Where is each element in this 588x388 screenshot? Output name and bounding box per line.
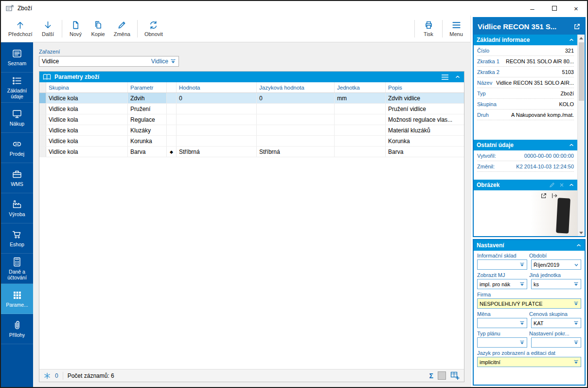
sum-icon[interactable]: Σ [429,372,433,380]
sidebar-item-nakup[interactable]: Nákup [1,103,33,133]
zarazeni-combobox[interactable]: Vidlice Vidlice [39,56,179,67]
close-button[interactable]: × [565,1,587,16]
field-row[interactable]: NázevVidlice RECON 351 SOLO AIR... [477,77,574,88]
table-row[interactable]: Vidlice kola Barva ◆ Stříbrná Stříbrná B… [39,147,464,157]
collapse-icon[interactable] [569,182,574,188]
column-header-hodnota[interactable]: Hodnota [177,82,257,92]
cell-jazykova [257,114,335,125]
refresh-button[interactable]: Obnovit [140,17,167,41]
toolbar: Předchozí Další Nový Kopie Změna [1,16,470,42]
new-document-icon [71,20,80,30]
detail-scrollbar[interactable] [577,35,585,236]
open-image-icon[interactable] [540,192,547,199]
table-row[interactable]: Vidlice kola Pružení Pružení vidlice [39,104,464,114]
nastaveni-pokr-combobox[interactable] [531,337,581,348]
scroll-thumb[interactable] [579,42,584,101]
previous-button[interactable]: Předchozí [4,17,37,41]
refresh-label: Obnovit [144,31,163,37]
image-preview[interactable] [474,190,577,236]
nastaveni-pokr-label: Nastavení pokr... [529,331,581,336]
section-spacer [474,172,577,180]
minimize-button[interactable]: – [521,1,543,16]
typ-planu-combobox[interactable] [477,337,527,348]
remove-image-icon[interactable] [559,182,565,188]
jazyk-combobox[interactable]: implicitní [477,357,581,367]
collapse-icon[interactable] [576,242,582,248]
fork-photo-shape [556,198,570,233]
open-record-icon[interactable] [573,23,581,30]
cenova-skupina-combobox[interactable]: KAT [531,318,581,328]
field-row[interactable]: Vytvořil:0000-00-00 00:00:00 [477,150,574,161]
table-row[interactable]: Vidlice kola Kluzáky Materiál kluzáků [39,125,464,136]
collapse-icon[interactable] [569,37,574,43]
sidebar-item-eshop[interactable]: Eshop [1,223,33,254]
field-row[interactable]: Změnil:K2 2014-10-03 12:24:50 [477,161,574,172]
column-header-skupina[interactable]: Skupina [46,82,128,92]
edit-image-icon[interactable] [549,182,555,188]
field-value: A Nakupované komp./mat. [511,112,574,118]
jina-jednotka-combobox[interactable]: ks [531,279,581,289]
sidebar-item-vyroba[interactable]: Výroba [1,193,33,223]
scroll-up-button[interactable] [578,35,585,41]
column-header-parametr[interactable]: Parametr [128,82,167,92]
sidebar-item-wms[interactable]: WMS [1,163,33,193]
sidebar-item-parametry[interactable]: Parame... [1,284,33,314]
column-header-marker[interactable] [167,82,177,92]
cell-popis: Korunka [386,136,464,146]
section-title: Základní informace [477,37,530,43]
field-row[interactable]: DruhA Nakupované komp./mat. [477,110,574,120]
field-row[interactable]: Zkratka 25103 [477,67,574,77]
zarazeni-link[interactable]: Vidlice [151,58,176,65]
scroll-down-button[interactable] [578,229,585,236]
next-button[interactable]: Další [37,17,59,41]
sidebar-item-seznam[interactable]: Seznam [1,42,33,73]
sidebar-item-prodej[interactable]: Prodej [1,133,33,163]
obdobi-label: Období [529,253,581,259]
cell-jazykova: Stříbrná [257,147,335,157]
k2-dropdown-icon [573,340,579,345]
obdobi-combobox[interactable]: Říjen/2019 [531,259,581,270]
field-label: Zkratka 2 [477,69,499,75]
fit-width-icon[interactable] [551,192,558,199]
sidebar-item-prilohy[interactable]: Přílohy [1,314,33,344]
row-selector [39,147,46,157]
flag-count: 0 [55,372,58,379]
field-row[interactable]: Číslo321 [477,45,574,56]
table-row[interactable]: Vidlice kola Zdvih 0 0 mm Zdvih vidlice [39,93,464,104]
sidebar-item-zakladni-udaje[interactable]: Základní údaje [1,73,33,103]
print-button[interactable]: Tisk [417,17,440,41]
column-header-popis[interactable]: Popis [386,82,464,92]
copy-icon [93,20,103,30]
field-row[interactable]: SkupinaKOLO [477,99,574,110]
sidebar-item-label: Výroba [9,212,25,218]
window-controls: – × [521,1,587,16]
table-row[interactable]: Vidlice kola Korunka Korunka [39,136,464,147]
collapse-icon[interactable] [455,74,461,80]
new-button[interactable]: Nový [65,17,87,41]
cell-hodnota [177,104,257,114]
mena-combobox[interactable] [477,318,527,328]
menu-button[interactable]: Menu [445,17,467,41]
field-row[interactable]: TypZboží [477,88,574,99]
panel-menu-icon[interactable] [441,74,449,80]
cell-skupina: Vidlice kola [46,104,128,114]
toolbar-spacer [167,17,412,41]
field-value: K2 2014-10-03 12:24:50 [516,164,574,169]
maximize-button[interactable] [543,1,565,16]
collapse-icon[interactable] [569,142,574,148]
column-header-jazykova-hodnota[interactable]: Jazyková hodnota [257,82,335,92]
k2-dropdown-icon [519,340,525,345]
field-value: 0000-00-00 00:00:00 [524,153,574,159]
copy-button[interactable]: Kopie [87,17,109,41]
informacni-sklad-combobox[interactable] [477,259,527,270]
column-header-jednotka[interactable]: Jednotka [335,82,386,92]
sidebar-item-dane-a-uctovani[interactable]: Daně a účtování [1,254,33,284]
color-indicator[interactable] [438,371,446,380]
firma-combobox[interactable]: NESPOLEHLIVÝ PLÁTCE [477,298,581,309]
field-row[interactable]: Zkratka 1RECON 351 SOLO AIR 80... [477,56,574,67]
table-row[interactable]: Vidlice kola Regulace Možnosti regulace … [39,114,464,125]
edit-button[interactable]: Změna [109,17,135,41]
row-selector [39,104,46,114]
zobrazit-mj-combobox[interactable]: impl. pro nák [477,279,527,289]
table-settings-icon[interactable] [450,371,460,380]
